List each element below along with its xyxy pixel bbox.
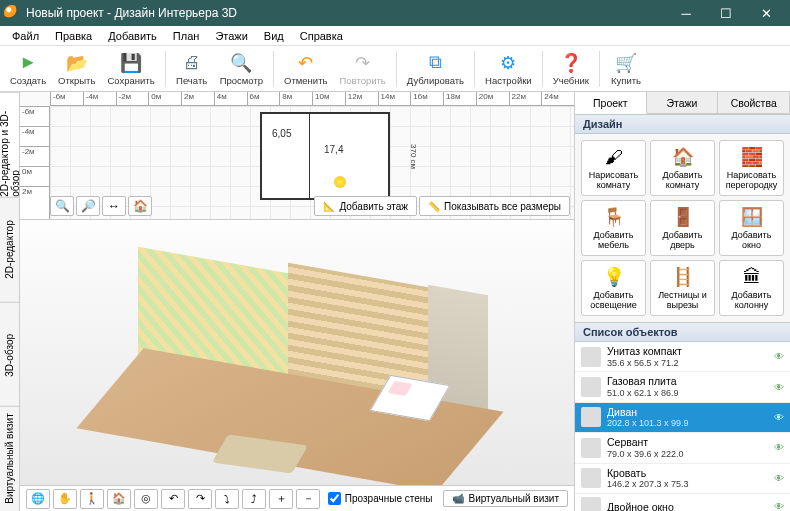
menu-План[interactable]: План <box>165 28 208 44</box>
menu-Правка[interactable]: Правка <box>47 28 100 44</box>
tile-add-room[interactable]: 🏠Добавитькомнату <box>650 140 715 196</box>
visibility-icon[interactable]: 👁 <box>774 442 784 453</box>
orbit-button[interactable]: 🌐 <box>26 489 50 509</box>
duplicate-button[interactable]: ⧉Дублировать <box>401 51 470 87</box>
tile-add-door[interactable]: 🚪Добавитьдверь <box>650 200 715 256</box>
tilt-down-button[interactable]: ⤵ <box>215 489 239 509</box>
preview-icon: 🔍 <box>230 52 252 74</box>
home-3d-button[interactable]: 🏠 <box>107 489 131 509</box>
zoom-in-button[interactable]: 🔍 <box>50 196 74 216</box>
pan-button[interactable]: ✋ <box>53 489 77 509</box>
layers-icon: 📐 <box>323 201 335 212</box>
zoom-out-3d-button[interactable]: － <box>296 489 320 509</box>
view-3d[interactable] <box>20 220 574 485</box>
print-icon: 🖨 <box>181 52 203 74</box>
menu-Справка[interactable]: Справка <box>292 28 351 44</box>
window-title: Новый проект - Дизайн Интерьера 3D <box>26 6 666 20</box>
menu-Вид[interactable]: Вид <box>256 28 292 44</box>
menu-Файл[interactable]: Файл <box>4 28 47 44</box>
add-window-icon: 🪟 <box>741 206 763 228</box>
visibility-icon[interactable]: 👁 <box>774 501 784 511</box>
tile-stairs-cutouts[interactable]: 🪜Лестницы ивырезы <box>650 260 715 316</box>
objects-section-header: Список объектов <box>575 322 790 342</box>
create-icon: ► <box>17 52 39 74</box>
maximize-button[interactable]: ☐ <box>706 0 746 26</box>
design-tiles: 🖌Нарисоватькомнату🏠Добавитькомнату🧱Нарис… <box>575 134 790 322</box>
show-dimensions-button[interactable]: 📏Показывать все размеры <box>419 196 570 216</box>
zoom-in-3d-button[interactable]: ＋ <box>269 489 293 509</box>
stairs-cutouts-icon: 🪜 <box>672 266 694 288</box>
ruler-icon: 📏 <box>428 201 440 212</box>
vtab-3[interactable]: Виртуальный визит <box>0 406 19 511</box>
visibility-icon[interactable]: 👁 <box>774 382 784 393</box>
object-thumb-icon <box>581 497 601 511</box>
open-button[interactable]: 📂Открыть <box>52 51 101 87</box>
menu-Этажи[interactable]: Этажи <box>207 28 255 44</box>
close-button[interactable]: ✕ <box>746 0 786 26</box>
zoom-out-button[interactable]: 🔎 <box>76 196 100 216</box>
save-button[interactable]: 💾Сохранить <box>101 51 160 87</box>
camera-icon: 📹 <box>452 493 464 504</box>
virtual-visit-button[interactable]: 📹 Виртуальный визит <box>443 490 568 507</box>
visibility-icon[interactable]: 👁 <box>774 412 784 423</box>
tile-add-column[interactable]: 🏛Добавитьколонну <box>719 260 784 316</box>
visibility-icon[interactable]: 👁 <box>774 351 784 362</box>
transparent-walls-input[interactable] <box>328 492 341 505</box>
floorplan[interactable]: 6,05 17,4 370 см <box>260 112 390 200</box>
vtab-0[interactable]: 2D-редактор и 3D-обзор <box>0 92 19 197</box>
home-button[interactable]: 🏠 <box>128 196 152 216</box>
fit-button[interactable]: ↔ <box>102 196 126 216</box>
right-tabs: ПроектЭтажиСвойства <box>575 92 790 114</box>
minimize-button[interactable]: ─ <box>666 0 706 26</box>
tile-add-furniture[interactable]: 🪑Добавитьмебель <box>581 200 646 256</box>
add-lighting-icon: 💡 <box>603 266 625 288</box>
duplicate-icon: ⧉ <box>424 52 446 74</box>
undo-button[interactable]: ↶Отменить <box>278 51 333 87</box>
transparent-walls-checkbox[interactable]: Прозрачные стены <box>328 492 433 505</box>
vtab-1[interactable]: 2D-редактор <box>0 197 19 302</box>
rotate-left-button[interactable]: ↶ <box>161 489 185 509</box>
vtab-2[interactable]: 3D-обзор <box>0 302 19 407</box>
rtab-Этажи[interactable]: Этажи <box>647 92 719 113</box>
object-item[interactable]: Газовая плита51.0 x 62.1 x 86.9👁 <box>575 372 790 402</box>
figure-button[interactable]: 🚶 <box>80 489 104 509</box>
print-button[interactable]: 🖨Печать <box>170 51 214 87</box>
tutorial-button[interactable]: ❓Учебник <box>547 51 595 87</box>
design-section-header: Дизайн <box>575 114 790 134</box>
ruler-vertical: -6м-4м-2м0м2м <box>20 106 50 219</box>
ruler-horizontal: -6м-4м-2м0м2м4м6м8м10м12м14м16м18м20м22м… <box>50 92 574 106</box>
object-thumb-icon <box>581 438 601 458</box>
object-item[interactable]: Унитаз компакт35.6 x 56.5 x 71.2👁 <box>575 342 790 372</box>
menu-Добавить[interactable]: Добавить <box>100 28 165 44</box>
object-item[interactable]: Двойное окно👁 <box>575 494 790 511</box>
tile-add-lighting[interactable]: 💡Добавитьосвещение <box>581 260 646 316</box>
object-thumb-icon <box>581 407 601 427</box>
rtab-Проект[interactable]: Проект <box>575 92 647 114</box>
plan-2d-view[interactable]: -6м-4м-2м0м2м4м6м8м10м12м14м16м18м20м22м… <box>20 92 574 220</box>
object-item[interactable]: Диван202.8 x 101.3 x 99.9👁 <box>575 403 790 433</box>
add-door-icon: 🚪 <box>672 206 694 228</box>
titlebar: Новый проект - Дизайн Интерьера 3D ─ ☐ ✕ <box>0 0 790 26</box>
object-item[interactable]: Сервант79.0 x 39.6 x 222.0👁 <box>575 433 790 463</box>
center-area: -6м-4м-2м0м2м4м6м8м10м12м14м16м18м20м22м… <box>20 92 574 511</box>
object-thumb-icon <box>581 347 601 367</box>
tile-draw-room[interactable]: 🖌Нарисоватькомнату <box>581 140 646 196</box>
object-list[interactable]: Унитаз компакт35.6 x 56.5 x 71.2👁Газовая… <box>575 342 790 511</box>
rtab-Свойства[interactable]: Свойства <box>718 92 790 113</box>
tile-draw-partition[interactable]: 🧱Нарисоватьперегородку <box>719 140 784 196</box>
target-button[interactable]: ◎ <box>134 489 158 509</box>
buy-icon: 🛒 <box>615 52 637 74</box>
add-room-icon: 🏠 <box>672 146 694 168</box>
rotate-right-button[interactable]: ↷ <box>188 489 212 509</box>
tile-add-window[interactable]: 🪟Добавитьокно <box>719 200 784 256</box>
create-button[interactable]: ►Создать <box>4 51 52 87</box>
draw-room-icon: 🖌 <box>603 146 625 168</box>
settings-button[interactable]: ⚙Настройки <box>479 51 538 87</box>
preview-button[interactable]: 🔍Просмотр <box>214 51 269 87</box>
object-item[interactable]: Кровать146.2 x 207.3 x 75.3👁 <box>575 464 790 494</box>
buy-button[interactable]: 🛒Купить <box>604 51 648 87</box>
tutorial-icon: ❓ <box>560 52 582 74</box>
add-floor-button[interactable]: 📐Добавить этаж <box>314 196 417 216</box>
tilt-up-button[interactable]: ⤴ <box>242 489 266 509</box>
visibility-icon[interactable]: 👁 <box>774 473 784 484</box>
